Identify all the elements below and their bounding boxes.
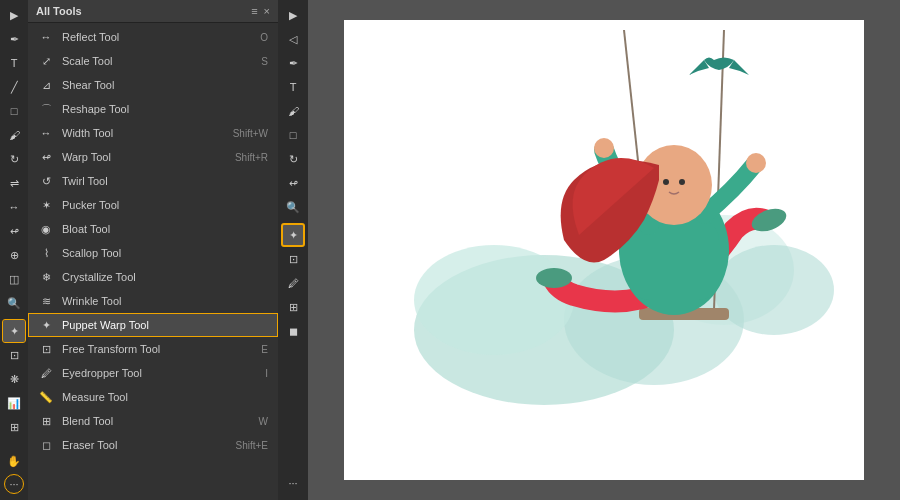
tool-name-label: Eyedropper Tool bbox=[62, 367, 142, 379]
width-tool-icon[interactable]: ↔ bbox=[3, 196, 25, 218]
zoom-tool-icon[interactable]: 🔍 bbox=[3, 292, 25, 314]
svg-point-16 bbox=[679, 179, 685, 185]
line-tool-icon[interactable]: ╱ bbox=[3, 76, 25, 98]
more-tools-icon[interactable]: ··· bbox=[4, 474, 24, 494]
left-toolbar: ▶ ✒ T ╱ □ 🖌 ↻ ⇌ ↔ ↫ ⊕ ◫ 🔍 ✦ ⊡ ❋ 📊 ⊞ ✋ ··… bbox=[0, 0, 28, 500]
tool-shortcut: I bbox=[265, 368, 268, 379]
tool-icon-twirl-tool: ↺ bbox=[38, 173, 54, 189]
sec-fill-icon[interactable]: ◼ bbox=[282, 320, 304, 342]
gradient-tool-icon[interactable]: ◫ bbox=[3, 268, 25, 290]
tool-item-scale-tool[interactable]: ⤢Scale ToolS bbox=[28, 49, 278, 73]
tool-icon-bloat-tool: ◉ bbox=[38, 221, 54, 237]
paintbrush-tool-icon[interactable]: 🖌 bbox=[3, 124, 25, 146]
rect-tool-icon[interactable]: □ bbox=[3, 100, 25, 122]
tool-item-reshape-tool[interactable]: ⌒Reshape Tool bbox=[28, 97, 278, 121]
puppet-warp-tool-icon[interactable]: ✦ bbox=[3, 320, 25, 342]
tool-shortcut: W bbox=[259, 416, 268, 427]
canvas[interactable] bbox=[344, 20, 864, 480]
tool-item-shear-tool[interactable]: ⊿Shear Tool bbox=[28, 73, 278, 97]
tool-name-label: Wrinkle Tool bbox=[62, 295, 122, 307]
sec-shape-icon[interactable]: □ bbox=[282, 124, 304, 146]
tool-item-eraser-tool[interactable]: ◻Eraser ToolShift+E bbox=[28, 433, 278, 457]
tool-icon-warp-tool: ↫ bbox=[38, 149, 54, 165]
sec-zoom-icon[interactable]: 🔍 bbox=[282, 196, 304, 218]
pen-tool-icon[interactable]: ✒ bbox=[3, 28, 25, 50]
tool-icon-pucker-tool: ✶ bbox=[38, 197, 54, 213]
sec-warp-icon[interactable]: ↫ bbox=[282, 172, 304, 194]
svg-point-13 bbox=[746, 153, 766, 173]
sec-transform-icon[interactable]: ⊡ bbox=[282, 248, 304, 270]
tool-item-width-tool[interactable]: ↔Width ToolShift+W bbox=[28, 121, 278, 145]
sec-pen-icon[interactable]: ✒ bbox=[282, 52, 304, 74]
sec-text-icon[interactable]: T bbox=[282, 76, 304, 98]
svg-point-2 bbox=[414, 245, 574, 355]
tool-name-label: Crystallize Tool bbox=[62, 271, 136, 283]
selection-tool-icon[interactable]: ▶ bbox=[3, 4, 25, 26]
panel-header: All Tools ≡ × bbox=[28, 0, 278, 23]
tool-name-label: Bloat Tool bbox=[62, 223, 110, 235]
tool-shortcut: O bbox=[260, 32, 268, 43]
tool-icon-reshape-tool: ⌒ bbox=[38, 101, 54, 117]
sec-puppet-icon[interactable]: ✦ bbox=[282, 224, 304, 246]
shape-builder-icon[interactable]: ⊕ bbox=[3, 244, 25, 266]
tool-item-twirl-tool[interactable]: ↺Twirl Tool bbox=[28, 169, 278, 193]
rotate-tool-icon[interactable]: ↻ bbox=[3, 148, 25, 170]
tool-item-eyedropper-tool[interactable]: 🖉Eyedropper ToolI bbox=[28, 361, 278, 385]
panel-title: All Tools bbox=[36, 5, 82, 17]
tool-name-label: Puppet Warp Tool bbox=[62, 319, 149, 331]
tool-icon-measure-tool: 📏 bbox=[38, 389, 54, 405]
tool-name-label: Reflect Tool bbox=[62, 31, 119, 43]
tool-icon-free-transform-tool: ⊡ bbox=[38, 341, 54, 357]
slice-tool-icon[interactable]: ⊞ bbox=[3, 416, 25, 438]
tool-item-pucker-tool[interactable]: ✶Pucker Tool bbox=[28, 193, 278, 217]
tool-item-blend-tool[interactable]: ⊞Blend ToolW bbox=[28, 409, 278, 433]
sec-more-icon[interactable]: ··· bbox=[282, 472, 304, 494]
mirror-tool-icon[interactable]: ⇌ bbox=[3, 172, 25, 194]
tool-name-label: Scale Tool bbox=[62, 55, 113, 67]
tool-item-free-transform-tool[interactable]: ⊡Free Transform ToolE bbox=[28, 337, 278, 361]
tool-name-label: Measure Tool bbox=[62, 391, 128, 403]
tool-shortcut: E bbox=[261, 344, 268, 355]
tool-icon-wrinkle-tool: ≋ bbox=[38, 293, 54, 309]
tool-name-label: Free Transform Tool bbox=[62, 343, 160, 355]
tool-name-label: Shear Tool bbox=[62, 79, 114, 91]
canvas-area bbox=[308, 0, 900, 500]
type-tool-icon[interactable]: T bbox=[3, 52, 25, 74]
tool-item-puppet-warp-tool[interactable]: ✦Puppet Warp Tool bbox=[28, 313, 278, 337]
tool-item-scallop-tool[interactable]: ⌇Scallop Tool bbox=[28, 241, 278, 265]
hand-tool-icon[interactable]: ✋ bbox=[3, 450, 25, 472]
illustration bbox=[344, 20, 864, 480]
svg-point-4 bbox=[714, 245, 834, 335]
sec-direct-icon[interactable]: ◁ bbox=[282, 28, 304, 50]
svg-point-12 bbox=[594, 138, 614, 158]
tool-icon-puppet-warp-tool: ✦ bbox=[38, 317, 54, 333]
tool-icon-eraser-tool: ◻ bbox=[38, 437, 54, 453]
sec-eyedrop-icon[interactable]: 🖉 bbox=[282, 272, 304, 294]
sec-paint-icon[interactable]: 🖌 bbox=[282, 100, 304, 122]
tool-item-bloat-tool[interactable]: ◉Bloat Tool bbox=[28, 217, 278, 241]
tool-icon-shear-tool: ⊿ bbox=[38, 77, 54, 93]
tool-item-reflect-tool[interactable]: ↔Reflect ToolO bbox=[28, 25, 278, 49]
panel-header-controls: ≡ × bbox=[251, 5, 270, 17]
tool-name-label: Warp Tool bbox=[62, 151, 111, 163]
warp-tool-icon[interactable]: ↫ bbox=[3, 220, 25, 242]
tool-shortcut: S bbox=[261, 56, 268, 67]
graph-tool-icon[interactable]: 📊 bbox=[3, 392, 25, 414]
tool-item-crystallize-tool[interactable]: ❄Crystallize Tool bbox=[28, 265, 278, 289]
transform-tool-icon[interactable]: ⊡ bbox=[3, 344, 25, 366]
secondary-toolbar: ▶ ◁ ✒ T 🖌 □ ↻ ↫ 🔍 ✦ ⊡ 🖉 ⊞ ◼ ··· bbox=[278, 0, 308, 500]
tool-item-warp-tool[interactable]: ↫Warp ToolShift+R bbox=[28, 145, 278, 169]
svg-point-15 bbox=[663, 179, 669, 185]
sec-select-icon[interactable]: ▶ bbox=[282, 4, 304, 26]
panel-menu-icon[interactable]: ≡ bbox=[251, 5, 257, 17]
symbol-tool-icon[interactable]: ❋ bbox=[3, 368, 25, 390]
tool-item-wrinkle-tool[interactable]: ≋Wrinkle Tool bbox=[28, 289, 278, 313]
tool-icon-crystallize-tool: ❄ bbox=[38, 269, 54, 285]
tool-icon-eyedropper-tool: 🖉 bbox=[38, 365, 54, 381]
sec-blend-icon[interactable]: ⊞ bbox=[282, 296, 304, 318]
sec-rotate-icon[interactable]: ↻ bbox=[282, 148, 304, 170]
tool-name-label: Scallop Tool bbox=[62, 247, 121, 259]
svg-point-8 bbox=[536, 268, 572, 288]
panel-close-icon[interactable]: × bbox=[264, 5, 270, 17]
tool-item-measure-tool[interactable]: 📏Measure Tool bbox=[28, 385, 278, 409]
